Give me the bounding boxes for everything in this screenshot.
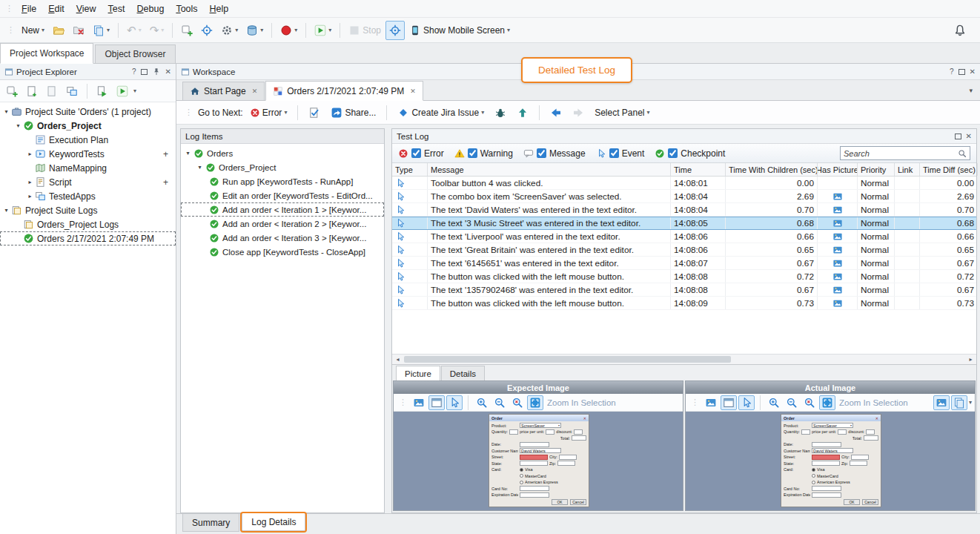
tab-log-details[interactable]: Log Details: [242, 513, 305, 531]
tab-start-page[interactable]: Start Page ✕: [182, 82, 265, 100]
column-header-has-picture[interactable]: Has Picture: [818, 163, 858, 176]
tree-item-script[interactable]: ▸ Script +: [0, 175, 176, 189]
add-button[interactable]: +: [163, 149, 173, 159]
table-row[interactable]: The text 'David Waters' was entered in t…: [392, 203, 976, 217]
close-icon[interactable]: ✕: [970, 68, 976, 76]
tab-list-dropdown-icon[interactable]: ▾: [969, 87, 973, 94]
scrollbar-thumb[interactable]: [404, 356, 731, 363]
chevron-right-icon[interactable]: ▸: [26, 179, 34, 185]
close-tab-icon[interactable]: ✕: [410, 88, 416, 95]
picture-icon[interactable]: [832, 245, 843, 255]
log-tree-item-orders[interactable]: ▾ Orders: [181, 146, 384, 160]
column-header-type[interactable]: Type: [392, 163, 428, 176]
chevron-down-icon[interactable]: ▾: [969, 400, 972, 406]
help-icon[interactable]: ?: [950, 68, 954, 76]
notifications-button[interactable]: [953, 24, 967, 37]
close-tab-icon[interactable]: ✕: [252, 88, 258, 95]
zoom-out-button[interactable]: [784, 395, 800, 410]
select-tool-button[interactable]: [738, 395, 755, 410]
log-tree-item-run-app[interactable]: Run app [KeywordTests - RunApp]: [181, 174, 384, 188]
zoom-reset-button[interactable]: [509, 395, 526, 410]
zoom-selection-button[interactable]: [819, 395, 835, 410]
view-image-button[interactable]: [721, 395, 737, 410]
menu-help[interactable]: Help: [204, 1, 235, 16]
undo-button[interactable]: ↶▾: [123, 21, 145, 40]
close-project-button[interactable]: [69, 21, 88, 40]
tab-orders-log[interactable]: Orders 2/17/2021 2:07:49 PM ✕: [265, 81, 423, 101]
tree-item-keywordtests[interactable]: ▸ KeywordTests +: [0, 147, 176, 161]
table-row[interactable]: The text 'Great Britain' was entered in …: [392, 243, 976, 257]
zoom-out-button[interactable]: [491, 395, 508, 410]
float-icon[interactable]: [955, 134, 961, 139]
chevron-down-icon[interactable]: ▾: [196, 164, 204, 171]
zoom-selection-button[interactable]: [527, 395, 543, 410]
previous-result-button[interactable]: [546, 103, 566, 122]
log-tree-item-close-app[interactable]: Close app [KeywordTests - CloseApp]: [181, 245, 384, 259]
chevron-right-icon[interactable]: ▸: [26, 151, 34, 157]
tab-picture[interactable]: Picture: [396, 366, 440, 380]
chevron-down-icon[interactable]: ▾: [14, 122, 22, 129]
horizontal-scrollbar[interactable]: ◂ ▸: [392, 354, 976, 364]
tree-item-namemapping[interactable]: NameMapping: [0, 161, 176, 175]
close-icon[interactable]: ✕: [165, 68, 171, 76]
zoom-reset-button[interactable]: [801, 395, 818, 410]
close-icon[interactable]: ✕: [966, 133, 972, 140]
table-row[interactable]: Toolbar button 4 was clicked. 14:08:01 0…: [392, 177, 976, 190]
tree-item-project-suite[interactable]: ▾ Project Suite 'Orders' (1 project): [0, 105, 176, 119]
add-file-button[interactable]: [23, 82, 41, 100]
organize-items-button[interactable]: [63, 82, 81, 100]
copy-image-button[interactable]: [411, 395, 427, 410]
view-mode-button[interactable]: [951, 395, 967, 410]
error-checkbox[interactable]: [411, 148, 421, 158]
show-mobile-screen-button[interactable]: Show Mobile Screen▾: [405, 21, 514, 40]
column-header-time[interactable]: Time: [671, 163, 726, 176]
warning-checkbox[interactable]: [468, 148, 477, 158]
add-item-button[interactable]: [177, 21, 196, 40]
table-row[interactable]: The text '1357902468' was entered in the…: [392, 283, 976, 297]
tree-item-testedapps[interactable]: ▸ TestedApps: [0, 189, 176, 203]
message-checkbox[interactable]: [537, 148, 546, 158]
scroll-right-icon[interactable]: ▸: [965, 356, 976, 363]
options-button[interactable]: ▾: [217, 21, 242, 40]
run-test-button[interactable]: [93, 82, 111, 100]
table-row-selected[interactable]: The text '3 Music Street' was entered in…: [392, 217, 976, 230]
table-row[interactable]: The text '6145651' was entered in the te…: [392, 257, 976, 270]
help-icon[interactable]: ?: [132, 68, 136, 76]
chevron-down-icon[interactable]: ▾: [2, 207, 10, 214]
picture-icon[interactable]: [832, 205, 843, 215]
column-header-message[interactable]: Message: [428, 163, 671, 176]
tab-project-workspace[interactable]: Project Workspace: [0, 43, 93, 64]
column-header-priority[interactable]: Priority: [858, 163, 895, 176]
tree-item-project-suite-logs[interactable]: ▾ Project Suite Logs: [0, 203, 176, 217]
checkpoint-checkbox[interactable]: [668, 148, 678, 158]
picture-icon[interactable]: [832, 285, 843, 295]
float-icon[interactable]: [959, 69, 965, 75]
report-bug-button[interactable]: [491, 103, 510, 122]
compare-images-button[interactable]: [933, 395, 950, 410]
export-results-button[interactable]: [305, 103, 324, 122]
picture-icon[interactable]: [832, 298, 843, 309]
picture-icon[interactable]: [832, 218, 843, 228]
display-object-spy-button[interactable]: [385, 21, 405, 40]
create-jira-issue-button[interactable]: Create Jira Issue▾: [394, 103, 488, 122]
table-row[interactable]: The combo box item 'ScreenSaver' was sel…: [392, 190, 976, 203]
tree-item-execution-plan[interactable]: Execution Plan: [0, 133, 176, 147]
redo-button[interactable]: ↷▾: [146, 21, 168, 40]
table-row[interactable]: The button was clicked with the left mou…: [392, 297, 976, 310]
object-spy-button[interactable]: [197, 21, 216, 40]
event-checkbox[interactable]: [609, 148, 619, 158]
column-header-time-diff[interactable]: Time Diff (sec): [920, 163, 978, 176]
menu-view[interactable]: View: [70, 1, 102, 16]
column-header-time-with-children[interactable]: Time With Children (sec): [726, 163, 818, 176]
chevron-down-icon[interactable]: ▾: [133, 88, 136, 94]
tab-details[interactable]: Details: [441, 366, 485, 380]
data-generator-button[interactable]: ▾: [242, 21, 267, 40]
view-image-button[interactable]: [428, 395, 445, 410]
new-button[interactable]: New▾: [18, 21, 48, 40]
zoom-in-button[interactable]: [766, 395, 782, 410]
tree-item-orders-project[interactable]: ▾ Orders_Project: [0, 119, 176, 133]
tab-summary[interactable]: Summary: [182, 514, 239, 532]
picture-icon[interactable]: [832, 191, 843, 202]
record-button[interactable]: ▾: [277, 21, 301, 40]
log-tree-item-orders-project[interactable]: ▾ Orders_Project: [181, 160, 384, 174]
